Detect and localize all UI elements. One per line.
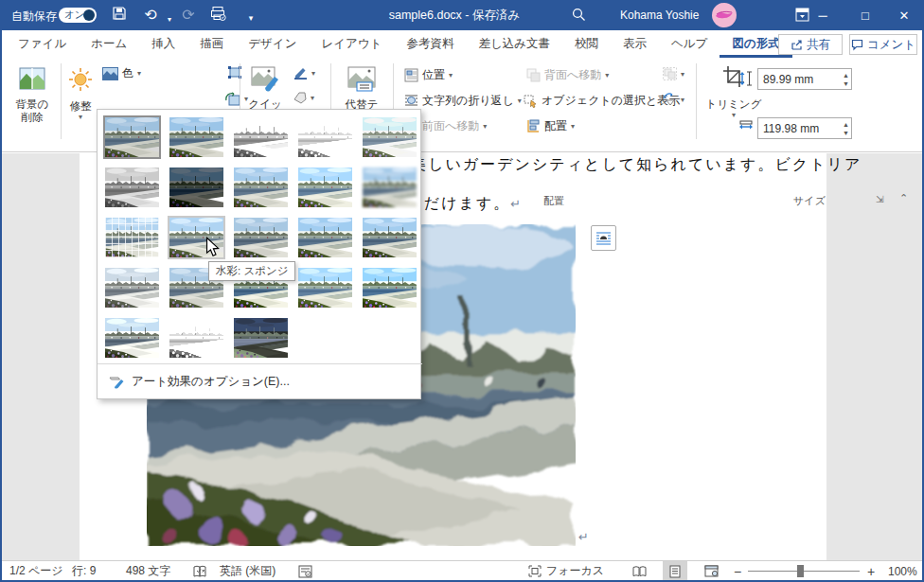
rotate-button[interactable]: ▾ <box>663 93 684 106</box>
tab-レイアウト[interactable]: レイアウト <box>309 30 394 58</box>
minimize-button[interactable]: ─ <box>803 0 843 30</box>
size-dialog-launcher-icon[interactable]: ⇲ <box>876 194 883 204</box>
search-icon[interactable] <box>572 8 593 26</box>
page-indicator[interactable]: 1/2 ページ <box>9 561 63 581</box>
tab-参考資料[interactable]: 参考資料 <box>394 30 466 58</box>
effect-thumb-カットアウト[interactable] <box>103 316 161 360</box>
user-name[interactable]: Kohama Yoshie <box>620 9 699 22</box>
effect-thumb-コピー[interactable] <box>168 316 225 360</box>
share-button[interactable]: 共有 <box>778 34 843 55</box>
line-indicator[interactable]: 行: 9 <box>72 561 96 581</box>
height-field[interactable]: 89.99 mm ▲ ▼ <box>757 68 852 90</box>
undo-chevron-icon[interactable]: ▾ <box>159 10 180 29</box>
focus-label: フォーカス <box>546 563 604 579</box>
proofing-icon[interactable] <box>193 561 207 581</box>
effect-thumb-プラスチック[interactable] <box>361 266 418 309</box>
ribbon-tabs: ファイルホーム挿入描画デザインレイアウト参考資料差し込み文書校閲表示ヘルプ図の形… <box>6 30 792 58</box>
crop-button[interactable]: トリミング ▾ <box>704 63 763 149</box>
undo-icon[interactable]: ⟲ <box>140 6 161 25</box>
ribbon-tab-row: ファイルホーム挿入描画デザインレイアウト参考資料差し込み文書校閲表示ヘルプ図の形… <box>0 30 924 58</box>
remove-background-label: 背景の <box>8 97 57 111</box>
arrange-group-label: 配置 <box>511 194 596 208</box>
effect-thumb-ペイント: 描線[interactable] <box>168 166 225 209</box>
comments-button[interactable]: コメント <box>849 34 917 55</box>
position-button[interactable]: 位置▾ <box>404 67 453 83</box>
paragraph-mark: ↵ <box>578 530 589 544</box>
picture-effects-button[interactable]: ▾ <box>293 92 314 104</box>
qat-customize-chevron-icon[interactable]: ▾ <box>240 9 261 27</box>
share-icon <box>791 39 803 51</box>
save-icon[interactable] <box>112 6 133 25</box>
change-picture-icon <box>225 92 240 106</box>
tab-描画[interactable]: 描画 <box>187 30 236 58</box>
height-value: 89.99 mm <box>763 73 813 86</box>
width-icon <box>738 120 754 133</box>
zoom-in-button[interactable]: + <box>867 561 875 581</box>
tab-ヘルプ[interactable]: ヘルプ <box>659 30 720 58</box>
tab-デザイン[interactable]: デザイン <box>236 30 309 58</box>
corrections-button[interactable]: 修整 ▾ <box>64 63 97 149</box>
wrap-text-button[interactable]: 文字列の折り返し▾ <box>404 93 522 109</box>
redo-icon: ⟳ <box>178 6 199 25</box>
width-field[interactable]: 119.98 mm ▲ ▼ <box>757 117 852 139</box>
editor-icon[interactable] <box>298 561 312 581</box>
effect-thumb-モザイク: バブル[interactable] <box>296 216 354 259</box>
effect-thumb-ぼかし[interactable] <box>361 166 418 209</box>
effect-thumb-フィルム粒子[interactable] <box>232 216 290 259</box>
width-spin-down-icon[interactable]: ▼ <box>843 130 849 136</box>
artistic-effects-options-item[interactable]: アート効果のオプション(E)... <box>98 367 420 396</box>
maximize-button[interactable]: □ <box>845 0 885 30</box>
effect-thumb-光彩: 拡散[interactable] <box>296 166 354 209</box>
zoom-slider-track[interactable] <box>748 571 860 572</box>
language-indicator[interactable]: 英語 (米国) <box>220 561 275 581</box>
effect-thumb-鉛筆: スケッチ[interactable] <box>296 115 354 159</box>
wrap-text-icon <box>404 94 418 108</box>
color-button[interactable]: 色▾ <box>102 65 141 81</box>
read-mode-button[interactable] <box>627 561 651 581</box>
collapse-ribbon-icon[interactable]: ⌃ <box>899 192 908 204</box>
effect-thumb-セメント[interactable] <box>103 266 161 309</box>
tab-挿入[interactable]: 挿入 <box>139 30 187 58</box>
layout-options-button[interactable] <box>591 225 616 251</box>
effect-thumb-チョーク: スケッチ[interactable] <box>103 166 161 209</box>
zoom-slider-thumb[interactable] <box>797 565 804 577</box>
effect-thumb-光彩: 輪郭[interactable] <box>232 316 290 360</box>
focus-button[interactable]: フォーカス <box>528 561 604 581</box>
effect-options-icon <box>109 375 124 389</box>
zoom-out-button[interactable]: − <box>734 561 741 581</box>
remove-background-button[interactable]: 背景の 削除 <box>8 63 57 149</box>
word-count[interactable]: 498 文字 <box>126 561 170 581</box>
selection-pane-button[interactable]: オブジェクトの選択と表示 <box>524 93 680 109</box>
picture-border-button[interactable]: ▾ <box>293 67 315 79</box>
height-spin-up-icon[interactable]: ▲ <box>843 72 849 79</box>
effect-thumb-ライト スクリーン[interactable] <box>103 216 161 259</box>
sun-icon <box>68 67 93 92</box>
tab-ホーム[interactable]: ホーム <box>79 30 139 58</box>
effect-thumb-ペイント: ブラシ[interactable] <box>232 166 290 209</box>
height-spin-down-icon[interactable]: ▼ <box>843 80 849 87</box>
window-border-left <box>0 30 2 582</box>
align-button[interactable]: 配置▾ <box>526 118 575 134</box>
zoom-level[interactable]: 100% <box>888 561 917 581</box>
print-layout-button[interactable] <box>663 561 687 581</box>
avatar[interactable] <box>712 3 737 27</box>
autosave-toggle[interactable]: オン <box>59 8 97 23</box>
effect-thumb-ガラス[interactable] <box>361 216 418 259</box>
selection-pane-icon <box>524 94 538 108</box>
effect-thumb-鉛筆: グレースケール[interactable] <box>232 115 290 159</box>
effect-thumb-線画[interactable] <box>361 115 418 159</box>
width-spin-up-icon[interactable]: ▲ <box>843 121 849 128</box>
status-bar: 1/2 ページ 行: 9 498 文字 英語 (米国) フォーカス − + 10… <box>0 560 924 580</box>
tab-ファイル[interactable]: ファイル <box>6 30 79 58</box>
effect-thumb-パステル: 滑らか[interactable] <box>296 266 354 309</box>
close-button[interactable]: ✕ <box>884 0 924 30</box>
tab-校閲[interactable]: 校閲 <box>562 30 611 58</box>
color-icon <box>102 67 118 80</box>
web-layout-button[interactable] <box>699 561 723 581</box>
remove-background-icon <box>19 67 45 90</box>
tab-表示[interactable]: 表示 <box>611 30 659 58</box>
print-icon[interactable] <box>210 6 231 25</box>
effect-thumb-なし[interactable] <box>103 115 161 159</box>
tab-差し込み文書[interactable]: 差し込み文書 <box>466 30 562 58</box>
effect-thumb-マーカー[interactable] <box>168 115 225 159</box>
